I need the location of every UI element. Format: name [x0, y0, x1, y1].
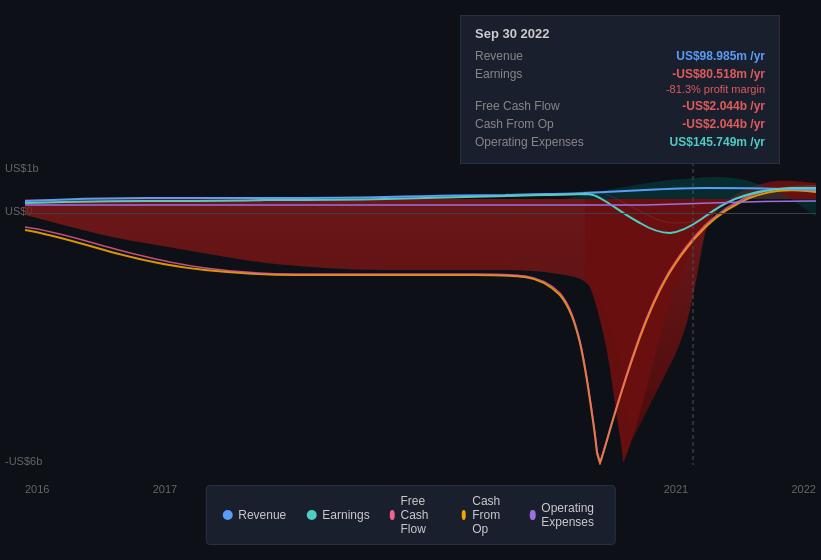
tooltip-profit-margin: -81.3% profit margin: [475, 83, 765, 95]
tooltip-row-fcf: Free Cash Flow -US$2.044b /yr: [475, 99, 765, 113]
legend-label-fcf: Free Cash Flow: [401, 494, 442, 536]
legend-dot-revenue: [222, 510, 232, 520]
tooltip-row-cashop: Cash From Op -US$2.044b /yr: [475, 117, 765, 131]
tooltip: Sep 30 2022 Revenue US$98.985m /yr Earni…: [460, 15, 780, 164]
zero-line: [25, 213, 816, 214]
tooltip-label-revenue: Revenue: [475, 49, 523, 63]
legend-item-fcf[interactable]: Free Cash Flow: [390, 494, 442, 536]
tooltip-value-revenue: US$98.985m /yr: [676, 49, 765, 63]
x-label-2021: 2021: [664, 483, 688, 495]
tooltip-row-earnings: Earnings -US$80.518m /yr: [475, 67, 765, 81]
legend-label-cashop: Cash From Op: [472, 494, 510, 536]
legend-item-cashop[interactable]: Cash From Op: [461, 494, 510, 536]
legend-dot-opex: [530, 510, 535, 520]
x-label-2016: 2016: [25, 483, 49, 495]
x-label-2022: 2022: [792, 483, 816, 495]
tooltip-label-fcf: Free Cash Flow: [475, 99, 560, 113]
tooltip-value-cashop: -US$2.044b /yr: [682, 117, 765, 131]
legend-dot-fcf: [390, 510, 395, 520]
tooltip-label-opex: Operating Expenses: [475, 135, 584, 149]
legend-item-opex[interactable]: Operating Expenses: [530, 494, 599, 536]
legend-item-revenue[interactable]: Revenue: [222, 494, 286, 536]
legend-label-earnings: Earnings: [322, 508, 369, 522]
legend: Revenue Earnings Free Cash Flow Cash Fro…: [205, 485, 616, 545]
legend-label-revenue: Revenue: [238, 508, 286, 522]
tooltip-value-earnings: -US$80.518m /yr: [672, 67, 765, 81]
legend-item-earnings[interactable]: Earnings: [306, 494, 369, 536]
tooltip-value-fcf: -US$2.044b /yr: [682, 99, 765, 113]
tooltip-row-revenue: Revenue US$98.985m /yr: [475, 49, 765, 63]
chart-svg: [25, 155, 816, 465]
tooltip-label-earnings: Earnings: [475, 67, 522, 81]
legend-dot-earnings: [306, 510, 316, 520]
tooltip-label-cashop: Cash From Op: [475, 117, 554, 131]
chart-container: Sep 30 2022 Revenue US$98.985m /yr Earni…: [0, 0, 821, 560]
tooltip-value-opex: US$145.749m /yr: [670, 135, 765, 149]
tooltip-row-opex: Operating Expenses US$145.749m /yr: [475, 135, 765, 149]
legend-dot-cashop: [461, 510, 466, 520]
tooltip-date: Sep 30 2022: [475, 26, 765, 41]
legend-label-opex: Operating Expenses: [541, 501, 598, 529]
x-label-2017: 2017: [153, 483, 177, 495]
